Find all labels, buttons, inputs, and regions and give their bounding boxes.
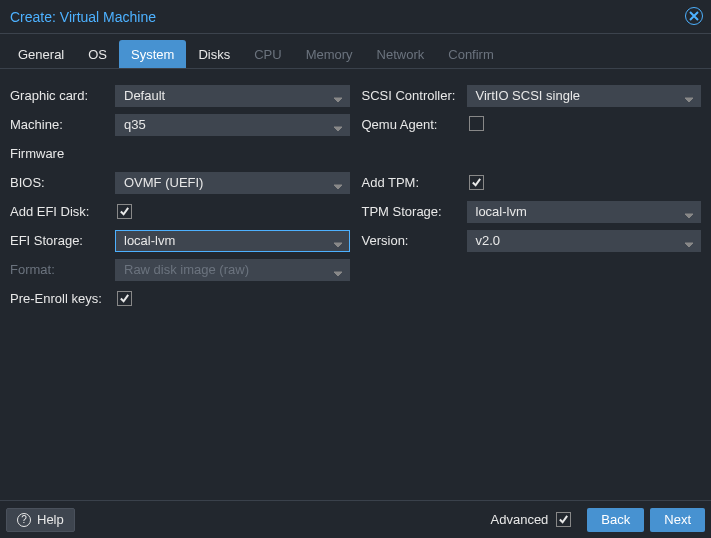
row-graphic-card: Graphic card: Default — [10, 81, 350, 110]
check-icon — [471, 177, 482, 188]
tab-confirm: Confirm — [436, 40, 506, 68]
label-machine: Machine: — [10, 117, 115, 132]
form-col-left: Graphic card: Default Machine: q35 Firmw… — [10, 81, 350, 499]
select-graphic-card-value: Default — [124, 86, 165, 106]
select-machine[interactable]: q35 — [115, 114, 350, 136]
tab-os[interactable]: OS — [76, 40, 119, 68]
close-icon — [689, 11, 699, 21]
label-add-tpm: Add TPM: — [362, 175, 467, 190]
select-version[interactable]: v2.0 — [467, 230, 702, 252]
next-button[interactable]: Next — [650, 508, 705, 532]
select-tpm-storage-value: local-lvm — [476, 202, 527, 222]
advanced-toggle[interactable]: Advanced — [491, 512, 572, 527]
label-add-efi-disk: Add EFI Disk: — [10, 204, 115, 219]
chevron-down-icon — [684, 95, 694, 105]
row-efi-storage: EFI Storage: local-lvm — [10, 226, 350, 255]
help-label: Help — [37, 512, 64, 527]
form-body: Graphic card: Default Machine: q35 Firmw… — [0, 69, 711, 499]
check-icon — [558, 514, 569, 525]
row-machine: Machine: q35 — [10, 110, 350, 139]
chevron-down-icon — [333, 182, 343, 192]
checkbox-qemu-agent[interactable] — [469, 116, 484, 131]
row-scsi: SCSI Controller: VirtIO SCSI single — [362, 81, 702, 110]
help-button[interactable]: ? Help — [6, 508, 75, 532]
label-bios: BIOS: — [10, 175, 115, 190]
chevron-down-icon — [333, 240, 343, 250]
tab-system[interactable]: System — [119, 40, 186, 68]
row-format: Format: Raw disk image (raw) — [10, 255, 350, 284]
checkbox-advanced[interactable] — [556, 512, 571, 527]
chevron-down-icon — [333, 124, 343, 134]
select-format: Raw disk image (raw) — [115, 259, 350, 281]
select-scsi-value: VirtIO SCSI single — [476, 86, 581, 106]
row-bios: BIOS: OVMF (UEFI) — [10, 168, 350, 197]
footer: ? Help Advanced Back Next — [0, 500, 711, 538]
chevron-down-icon — [333, 269, 343, 279]
checkbox-add-tpm[interactable] — [469, 175, 484, 190]
select-graphic-card[interactable]: Default — [115, 85, 350, 107]
form-col-right: SCSI Controller: VirtIO SCSI single Qemu… — [362, 81, 702, 499]
label-scsi: SCSI Controller: — [362, 88, 467, 103]
select-bios-value: OVMF (UEFI) — [124, 173, 203, 193]
tab-general[interactable]: General — [6, 40, 76, 68]
help-icon: ? — [17, 513, 31, 527]
section-firmware: Firmware — [10, 139, 350, 168]
advanced-label: Advanced — [491, 512, 549, 527]
tab-bar: General OS System Disks CPU Memory Netwo… — [0, 34, 711, 69]
dialog-title: Create: Virtual Machine — [10, 9, 156, 25]
checkbox-add-efi-disk[interactable] — [117, 204, 132, 219]
select-efi-storage[interactable]: local-lvm — [115, 230, 350, 252]
titlebar: Create: Virtual Machine — [0, 0, 711, 34]
tab-network: Network — [365, 40, 437, 68]
row-tpm-storage: TPM Storage: local-lvm — [362, 197, 702, 226]
label-tpm-storage: TPM Storage: — [362, 204, 467, 219]
check-icon — [119, 293, 130, 304]
select-efi-storage-value: local-lvm — [124, 231, 175, 251]
label-efi-storage: EFI Storage: — [10, 233, 115, 248]
select-format-value: Raw disk image (raw) — [124, 260, 249, 280]
back-button[interactable]: Back — [587, 508, 644, 532]
label-format: Format: — [10, 262, 115, 277]
select-tpm-storage[interactable]: local-lvm — [467, 201, 702, 223]
label-graphic-card: Graphic card: — [10, 88, 115, 103]
row-add-efi-disk: Add EFI Disk: — [10, 197, 350, 226]
check-icon — [119, 206, 130, 217]
row-qemu-agent: Qemu Agent: — [362, 110, 702, 139]
row-version: Version: v2.0 — [362, 226, 702, 255]
tab-memory: Memory — [294, 40, 365, 68]
select-scsi[interactable]: VirtIO SCSI single — [467, 85, 702, 107]
tab-cpu: CPU — [242, 40, 293, 68]
chevron-down-icon — [684, 211, 694, 221]
select-version-value: v2.0 — [476, 231, 501, 251]
label-qemu-agent: Qemu Agent: — [362, 117, 467, 132]
chevron-down-icon — [333, 95, 343, 105]
select-machine-value: q35 — [124, 115, 146, 135]
select-bios[interactable]: OVMF (UEFI) — [115, 172, 350, 194]
close-button[interactable] — [685, 7, 703, 25]
label-version: Version: — [362, 233, 467, 248]
section-spacer — [362, 139, 702, 168]
row-pre-enroll: Pre-Enroll keys: — [10, 284, 350, 313]
label-pre-enroll: Pre-Enroll keys: — [10, 291, 115, 306]
row-add-tpm: Add TPM: — [362, 168, 702, 197]
tab-disks[interactable]: Disks — [186, 40, 242, 68]
chevron-down-icon — [684, 240, 694, 250]
checkbox-pre-enroll[interactable] — [117, 291, 132, 306]
